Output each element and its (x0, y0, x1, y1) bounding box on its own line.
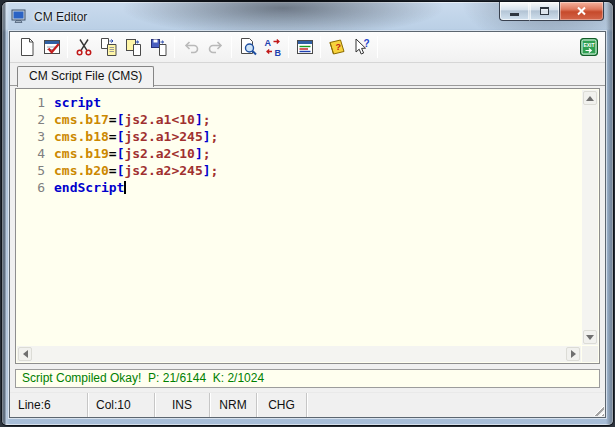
code-line[interactable]: 3cms.b18=[js2.a1>245]; (17, 128, 581, 145)
minimize-icon (510, 13, 519, 16)
compile-message-bar: Script Compiled Okay! P: 21/6144 K: 2/10… (15, 369, 600, 388)
status-line-indicator: Line:6 (10, 393, 88, 417)
status-bar: Line:6 Col:10 INS NRM CHG (10, 392, 605, 417)
code-token-literal: ; (203, 112, 211, 127)
maximize-button[interactable] (529, 2, 559, 21)
paste-button[interactable] (121, 35, 146, 60)
code-token-operator: = (109, 146, 117, 161)
svg-text:EXIT: EXIT (583, 42, 594, 48)
code-line[interactable]: 1script (17, 94, 581, 111)
code-line[interactable]: 4cms.b19=[js2.a2<10]; (17, 145, 581, 162)
redo-button[interactable] (203, 35, 228, 60)
undo-button[interactable] (178, 35, 203, 60)
code-token-keyword: script (54, 95, 101, 110)
help-book-icon: ? (327, 37, 347, 57)
tab-cm-script-file[interactable]: CM Script File (CMS) (17, 66, 154, 87)
status-nrm-mode: NRM (210, 393, 257, 417)
code-token-literal: js2.a1>245 (124, 129, 202, 144)
code-token-identifier: cms.b19 (54, 146, 109, 161)
code-line[interactable]: 5cms.b20=[js2.a2>245]; (17, 162, 581, 179)
replace-button[interactable]: A B (260, 35, 285, 60)
find-button[interactable] (235, 35, 260, 60)
arrow-up-icon (586, 96, 594, 101)
arrow-left-icon (23, 350, 28, 358)
arrow-right-icon (571, 350, 576, 358)
horizontal-scrollbar[interactable] (17, 346, 581, 362)
status-insert-mode: INS (155, 393, 210, 417)
exit-button[interactable]: EXIT (576, 35, 601, 60)
context-help-icon: ? (352, 37, 372, 57)
code-line[interactable]: 2cms.b17=[js2.a1<10]; (17, 111, 581, 128)
code-lines[interactable]: 1script2cms.b17=[js2.a1<10];3cms.b18=[js… (17, 90, 581, 345)
toolbar-separator (174, 36, 175, 58)
new-document-icon (17, 37, 37, 57)
code-token-keyword: ] (195, 112, 203, 127)
code-token-operator: = (109, 129, 117, 144)
svg-text:?: ? (363, 38, 369, 49)
app-icon (11, 9, 27, 24)
svg-text:A: A (264, 38, 271, 48)
toolbar: A B (10, 32, 605, 63)
context-help-button[interactable]: ? (349, 35, 374, 60)
paste-from-file-button[interactable] (146, 35, 171, 60)
window-options-button[interactable] (292, 35, 317, 60)
status-changed-flag: CHG (257, 393, 307, 417)
vertical-scrollbar[interactable] (582, 90, 598, 345)
code-token-keyword: ] (203, 163, 211, 178)
script-editor[interactable]: 1script2cms.b17=[js2.a1<10];3cms.b18=[js… (15, 88, 600, 364)
code-token-identifier: cms.b17 (54, 112, 109, 127)
line-number: 5 (17, 162, 54, 179)
copy-button[interactable] (96, 35, 121, 60)
window-options-icon (295, 37, 315, 57)
copy-icon (99, 37, 119, 57)
code-token-keyword: ] (203, 129, 211, 144)
svg-text:B: B (274, 48, 281, 57)
code-token-literal: ; (211, 163, 219, 178)
status-empty-panel (307, 393, 605, 417)
text-caret (124, 181, 126, 194)
code-token-keyword: endScript (54, 180, 124, 195)
code-token-operator: = (109, 112, 117, 127)
line-number: 6 (17, 179, 54, 196)
help-button[interactable]: ? (324, 35, 349, 60)
validate-script-button[interactable] (39, 35, 64, 60)
cm-editor-window: CM Editor (2, 2, 613, 425)
toolbar-separator (231, 36, 232, 58)
toolbar-separator (67, 36, 68, 58)
exit-icon: EXIT (579, 37, 599, 57)
scroll-down-button[interactable] (583, 330, 597, 344)
window-controls (499, 2, 604, 21)
line-number: 3 (17, 128, 54, 145)
scrollbar-corner (582, 346, 598, 362)
scroll-right-button[interactable] (566, 347, 580, 361)
code-token-keyword: ] (195, 146, 203, 161)
tab-bar: CM Script File (CMS) (10, 63, 605, 86)
paste-from-file-icon (149, 37, 169, 57)
cut-button[interactable] (71, 35, 96, 60)
code-token-operator: = (109, 163, 117, 178)
validate-script-icon (42, 37, 62, 57)
close-icon (576, 6, 587, 16)
redo-icon (206, 37, 226, 57)
code-token-identifier: cms.b20 (54, 163, 109, 178)
minimize-button[interactable] (499, 2, 529, 21)
scroll-up-button[interactable] (583, 91, 597, 105)
find-icon (238, 37, 258, 57)
close-button[interactable] (559, 2, 604, 21)
window-title: CM Editor (34, 10, 87, 24)
code-token-literal: js2.a2<10 (124, 146, 194, 161)
line-number: 2 (17, 111, 54, 128)
new-document-button[interactable] (14, 35, 39, 60)
scroll-left-button[interactable] (18, 347, 32, 361)
code-line[interactable]: 6endScript (17, 179, 581, 196)
replace-icon: A B (263, 37, 283, 57)
toolbar-separator (320, 36, 321, 58)
code-token-literal: js2.a2>245 (124, 163, 202, 178)
line-number: 1 (17, 94, 54, 111)
code-token-literal: ; (203, 146, 211, 161)
maximize-icon (540, 7, 549, 15)
line-number: 4 (17, 145, 54, 162)
code-token-literal: js2.a1<10 (124, 112, 194, 127)
cut-scissors-icon (74, 37, 94, 57)
code-token-identifier: cms.b18 (54, 129, 109, 144)
